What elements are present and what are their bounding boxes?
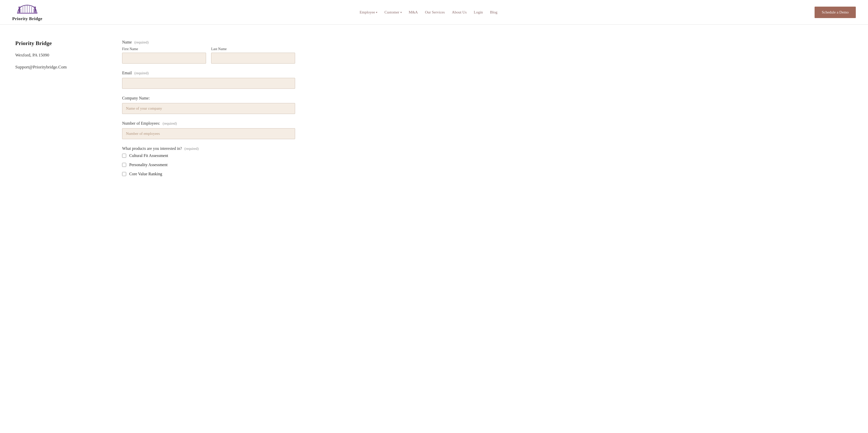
chevron-down-icon: ▾ xyxy=(376,11,377,14)
company-address: Wexford, PA 15090 xyxy=(15,52,102,59)
name-required-tag: (required) xyxy=(134,40,149,44)
first-name-input[interactable] xyxy=(122,53,206,64)
nav-item-our-services[interactable]: Our Services xyxy=(425,10,445,14)
nav-item-blog[interactable]: Blog xyxy=(490,10,497,14)
products-required-tag: (required) xyxy=(184,147,199,151)
svg-rect-13 xyxy=(35,7,36,8)
nav-item-employee[interactable]: Employee ▾ xyxy=(360,10,377,14)
name-section: Name (required) First Name Last Name xyxy=(122,40,295,64)
company-name: Priority Bridge xyxy=(15,40,102,47)
svg-rect-11 xyxy=(20,7,20,8)
company-name-section: Company Name: xyxy=(122,96,295,114)
svg-rect-15 xyxy=(35,12,37,14)
company-name-label: Company Name: xyxy=(122,96,295,100)
company-name-input[interactable] xyxy=(122,103,295,114)
last-name-label: Last Name xyxy=(211,47,295,51)
num-employees-section: Number of Employees: (required) xyxy=(122,121,295,139)
products-label: What products are you interested in? (re… xyxy=(122,146,295,151)
logo-text: Priority Bridge xyxy=(12,16,42,21)
email-section: Email (required) xyxy=(122,71,295,89)
header: Priority Bridge Employee ▾ Customer ▾ M&… xyxy=(0,0,868,25)
schedule-demo-button[interactable]: Schedule a Demo xyxy=(814,7,856,18)
name-label: Name (required) xyxy=(122,40,295,44)
nav-item-customer[interactable]: Customer ▾ xyxy=(384,10,401,14)
name-row: First Name Last Name xyxy=(122,47,295,64)
personality-checkbox[interactable] xyxy=(122,163,126,167)
cultural-fit-checkbox[interactable] xyxy=(122,154,126,158)
num-employees-input[interactable] xyxy=(122,128,295,139)
nav-item-login[interactable]: Login xyxy=(474,10,483,14)
email-label: Email (required) xyxy=(122,71,295,75)
num-employees-label: Number of Employees: (required) xyxy=(122,121,295,126)
svg-rect-12 xyxy=(34,7,35,8)
checkbox-core-value[interactable]: Core Value Ranking xyxy=(122,172,295,176)
svg-rect-8 xyxy=(19,8,20,13)
checkbox-cultural-fit[interactable]: Cultural Fit Assessment xyxy=(122,153,295,158)
company-email: Support@Prioritybridge.Com xyxy=(15,65,102,70)
num-employees-required-tag: (required) xyxy=(162,122,177,125)
checkbox-group: Cultural Fit Assessment Personality Asse… xyxy=(122,153,295,176)
chevron-down-icon: ▾ xyxy=(400,11,402,14)
core-value-checkbox[interactable] xyxy=(122,172,126,176)
email-required-tag: (required) xyxy=(134,71,149,75)
nav-item-ma[interactable]: M&A xyxy=(409,10,418,14)
last-name-input[interactable] xyxy=(211,53,295,64)
logo[interactable]: Priority Bridge xyxy=(12,3,42,21)
left-panel: Priority Bridge Wexford, PA 15090 Suppor… xyxy=(15,40,102,183)
logo-bridge-icon xyxy=(16,3,39,16)
svg-rect-9 xyxy=(34,8,36,13)
nav-item-about-us[interactable]: About Us xyxy=(452,10,467,14)
last-name-field: Last Name xyxy=(211,47,295,64)
checkbox-personality[interactable]: Personality Assessment xyxy=(122,162,295,167)
svg-rect-10 xyxy=(19,7,19,8)
svg-rect-14 xyxy=(17,12,20,14)
form-panel: Name (required) First Name Last Name Ema… xyxy=(122,40,295,183)
main-content: Priority Bridge Wexford, PA 15090 Suppor… xyxy=(0,25,356,199)
main-nav: Employee ▾ Customer ▾ M&A Our Services A… xyxy=(360,10,497,14)
first-name-label: First Name xyxy=(122,47,206,51)
products-section: What products are you interested in? (re… xyxy=(122,146,295,176)
svg-rect-0 xyxy=(17,13,37,14)
email-input[interactable] xyxy=(122,78,295,89)
first-name-field: First Name xyxy=(122,47,206,64)
